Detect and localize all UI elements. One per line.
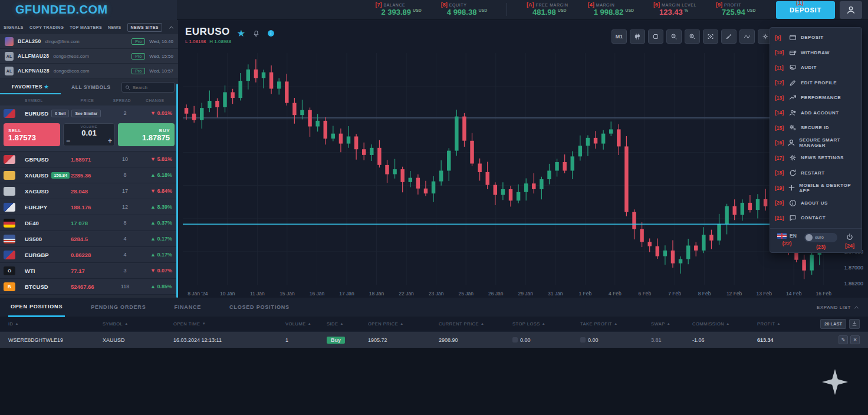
volume-value[interactable]: 0.01 — [81, 129, 96, 137]
download-icon[interactable] — [849, 319, 860, 329]
tab-all-symbols[interactable]: ALL SYMBOLS — [61, 81, 121, 94]
layout-icon[interactable] — [648, 29, 663, 44]
symbol-row-gbpusd[interactable]: GBPUSD 1.58971 10 ▼ 5.81% — [0, 151, 178, 167]
positions-tab-finance[interactable]: FINANCE — [172, 298, 203, 316]
info-icon[interactable] — [267, 29, 275, 37]
symbol-row-btcusd[interactable]: B BTCUSD 52467.66 118 ▲ 0.85% — [0, 279, 178, 295]
positions-column-symbol[interactable]: SYMBOL ▲ — [103, 321, 173, 327]
positions-column-side[interactable]: SIDE ▲ — [327, 321, 368, 327]
column-header-price[interactable]: PRICE — [66, 98, 108, 103]
favorite-star-icon[interactable]: ★ — [237, 28, 245, 39]
symbol-row-de40[interactable]: DE40 17 078 8 ▲ 0.37% — [0, 215, 178, 231]
symbol-flag-icon — [4, 155, 15, 164]
positions-column-volume[interactable]: VOLUME ▲ — [285, 321, 327, 327]
alert-bell-icon[interactable] — [252, 29, 260, 37]
positions-column-id[interactable]: ID ▲ — [8, 321, 103, 327]
column-header-change[interactable]: CHANGE — [136, 98, 175, 103]
menu-item-mobile-desktop-app[interactable]: [19] MOBILE & DESKTOP APP — [770, 180, 862, 196]
menu-item-news-settings[interactable]: [17] NEWS SETTINGS — [770, 150, 862, 166]
zoom-in-icon[interactable] — [685, 29, 700, 44]
sidebar-tab-signals[interactable]: SIGNALS — [4, 25, 24, 29]
menu-item-contact[interactable]: [21] CONTACT — [770, 210, 862, 226]
theme-toggle[interactable]: euro — [804, 233, 837, 242]
symbol-name[interactable]: EURUSD 0 SellSee Similar — [25, 110, 113, 117]
account-badge: Pro — [131, 38, 145, 45]
symbol-row-xauusd[interactable]: XAUUSD 150.84 2285.36 8 ▲ 6.18% — [0, 167, 178, 183]
symbol-row-wti[interactable]: O WTI 77.17 3 ▼ 0.07% — [0, 263, 178, 279]
positions-tab-closed-positions[interactable]: CLOSED POSITIONS — [227, 298, 292, 316]
language-selector[interactable]: EN — [777, 233, 797, 239]
account-row[interactable]: AL ALLFMAU28 dongo@eos.com Pro Wed, 15:5… — [0, 49, 178, 64]
last-filter-button[interactable]: 20 LAST — [820, 319, 846, 329]
tab-favorites[interactable]: FAVORITES ★ — [0, 80, 61, 94]
menu-item-withdraw[interactable]: [10] WITHDRAW — [770, 45, 862, 61]
symbol-search[interactable] — [121, 82, 175, 93]
symbol-row-us500[interactable]: US500 6284.5 4 ▲ 0.17% — [0, 231, 178, 247]
candle-type-icon[interactable] — [630, 29, 645, 44]
menu-item-edit-profile[interactable]: [12] EDIT PROFILE — [770, 75, 862, 91]
symbol-row-eurjpy[interactable]: EURJPY 188.176 12 ▲ 8.39% — [0, 199, 178, 215]
account-row[interactable]: AL ALKPNAU28 dongo@eos.com Pro Wed, 10:5… — [0, 64, 178, 78]
symbol-chip-0-sell[interactable]: 0 Sell — [51, 110, 69, 117]
x-axis-label: 23 Jan — [421, 291, 451, 297]
positions-column-stop-loss[interactable]: STOP LOSS ▲ — [512, 321, 580, 327]
expand-list-button[interactable]: EXPAND LIST — [817, 304, 860, 311]
menu-item-audit[interactable]: [11] AUDIT — [770, 60, 862, 75]
menu-item-secure-id[interactable]: [15] SECURE ID — [770, 120, 862, 136]
volume-increase-button[interactable]: + — [108, 137, 112, 144]
position-take-profit[interactable]: 0.00 — [580, 337, 651, 343]
sell-button[interactable]: SELL1.87573 — [4, 123, 60, 146]
menu-item-performance[interactable]: [13] PERFORMANCE — [770, 90, 862, 106]
draw-icon[interactable] — [721, 29, 737, 44]
profile-button[interactable] — [840, 1, 862, 19]
column-header-spread[interactable]: SPREAD — [108, 98, 136, 103]
sidebar-tab-news[interactable]: NEWS — [108, 25, 121, 29]
menu-item-restart[interactable]: [18] RESTART — [770, 166, 862, 181]
symbol-row-xagusd[interactable]: XAGUSD 28.048 17 ▼ 6.84% — [0, 183, 178, 199]
sidebar-tab-copy-trading[interactable]: COPY TRADING — [29, 25, 64, 29]
position-row[interactable]: WSERE8DGHTWLE19 XAUUSD 16.03.2024 12:13:… — [0, 332, 868, 348]
edit-position-button[interactable]: ✎ — [839, 335, 848, 344]
indicators-icon[interactable] — [739, 29, 755, 44]
positions-tab-open-positions[interactable]: OPEN POSITIONS — [8, 298, 65, 317]
avatar: AL — [5, 67, 14, 75]
symbol-flag-icon — [4, 171, 15, 180]
positions-column-commission[interactable]: COMMISSION ▲ — [692, 321, 757, 327]
sidebar-tab-top-masters[interactable]: TOP MASTERS — [70, 25, 102, 29]
positions-tab-pending-orders[interactable]: PENDING ORDERS — [88, 298, 148, 316]
account-row[interactable]: BEAL250 dingo@firm.com Pro Wed, 16:40 — [0, 34, 178, 49]
volume-decrease-button[interactable]: − — [66, 137, 70, 144]
positions-column-take-profit[interactable]: TAKE PROFIT ▲ — [580, 321, 651, 327]
screenshot-icon[interactable] — [703, 29, 718, 44]
menu-item-about-us[interactable]: [20] ABOUT US — [770, 196, 862, 211]
zoom-out-icon[interactable] — [666, 29, 682, 44]
symbol-spread: 2 — [113, 110, 137, 116]
search-input[interactable] — [133, 85, 170, 90]
position-stop-loss[interactable]: 0.00 — [512, 337, 580, 343]
logout-power-button[interactable] — [846, 233, 854, 241]
column-header-symbol[interactable]: SYMBOL — [25, 98, 66, 103]
symbol-chip-see-similar[interactable]: See Similar — [71, 110, 101, 117]
symbol-flag-icon — [4, 109, 15, 118]
deposit-button[interactable]: (1) DEPOSIT — [776, 1, 835, 19]
timeframe-button[interactable]: M1 — [611, 29, 627, 44]
buy-button[interactable]: BUY1.87875 — [118, 123, 175, 146]
positions-column-open-price[interactable]: OPEN PRICE ▲ — [368, 321, 439, 327]
positions-column-current-price[interactable]: CURRENT PRICE ▲ — [439, 321, 512, 327]
account-email: dingo@firm.com — [45, 39, 127, 44]
sidebar-tab-news-sites[interactable]: NEWS SITES — [127, 23, 162, 32]
candlestick-chart[interactable] — [183, 53, 839, 285]
x-axis-label: 31 Jan — [541, 291, 571, 297]
positions-column-profit[interactable]: PROFIT ▲ — [757, 321, 810, 327]
menu-item-add-account[interactable]: [14] ADD ACCOUNT — [770, 106, 862, 121]
chevron-up-icon[interactable] — [168, 24, 175, 31]
positions-column-swap[interactable]: SWAP ▲ — [651, 321, 692, 327]
menu-item-secure-smart-manager[interactable]: [16] SECURE SMART MANAGER — [770, 136, 862, 151]
positions-column-open-time[interactable]: OPEN TIME ▼ — [173, 321, 285, 327]
annotation-marker: [9] — [775, 35, 785, 41]
symbol-row-eurgbp[interactable]: EURGBP 0.86228 4 ▲ 0.17% — [0, 247, 178, 263]
close-position-button[interactable]: ✕ — [850, 335, 860, 344]
brand-logo[interactable]: GFUNDED.COM — [15, 3, 108, 17]
annotation-marker: [12] — [775, 80, 785, 85]
menu-item-deposit[interactable]: [9] DEPOSIT — [770, 30, 862, 45]
